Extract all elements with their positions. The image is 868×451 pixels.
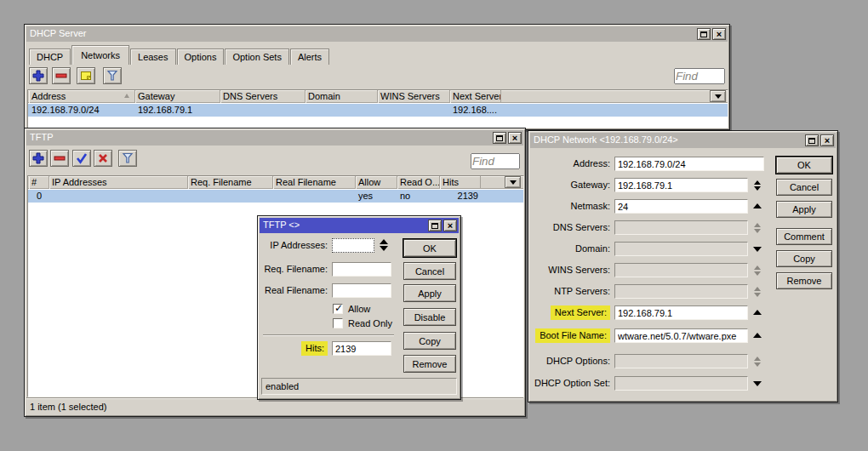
close-icon — [512, 134, 517, 142]
tab-leases[interactable]: Leases — [130, 49, 175, 65]
comment-button[interactable] — [77, 67, 95, 84]
ip-addresses-input[interactable] — [332, 238, 374, 253]
column-header-hits[interactable]: Hits — [440, 176, 481, 189]
column-header-req-filename[interactable]: Req. Filename — [188, 176, 273, 189]
address-input[interactable] — [614, 157, 764, 171]
add-button[interactable] — [29, 67, 48, 84]
column-header-read-only[interactable]: Read O... — [397, 176, 440, 189]
dhcp-option-set-input[interactable] — [614, 376, 748, 391]
note-icon — [79, 69, 93, 83]
comment-button[interactable]: Comment — [776, 228, 832, 245]
filter-button[interactable] — [103, 67, 122, 84]
find-input[interactable] — [471, 153, 520, 169]
column-select-button[interactable] — [710, 90, 726, 102]
column-header-ip-addresses[interactable]: IP Addresses — [49, 176, 188, 189]
cancel-button[interactable]: Cancel — [776, 179, 832, 196]
next-server-input[interactable] — [614, 305, 748, 320]
spinner-updown-icon[interactable] — [751, 180, 764, 191]
chevron-down-icon[interactable] — [751, 381, 764, 386]
domain-label: Domain: — [532, 242, 610, 256]
maximize-button[interactable] — [493, 132, 506, 144]
ok-button[interactable]: OK — [403, 239, 456, 257]
netmask-label: Netmask: — [532, 199, 610, 214]
filter-button[interactable] — [118, 150, 137, 167]
tab-dhcp[interactable]: DHCP — [29, 49, 71, 65]
close-button[interactable] — [820, 134, 834, 146]
apply-button[interactable]: Apply — [776, 201, 832, 218]
remove-button[interactable]: Remove — [776, 272, 832, 289]
apply-button[interactable]: Apply — [403, 284, 456, 302]
column-header-next-server[interactable]: Next Server — [450, 90, 501, 103]
real-filename-input[interactable] — [332, 283, 391, 298]
spinner-updown-icon[interactable] — [377, 239, 391, 251]
spinner-updown-icon[interactable] — [751, 357, 764, 367]
disable-button[interactable] — [94, 150, 112, 167]
remove-button[interactable] — [52, 67, 71, 84]
allow-checkbox[interactable] — [333, 304, 343, 314]
remove-button[interactable]: Remove — [403, 355, 456, 373]
column-header-real-filename[interactable]: Real Filename — [273, 176, 356, 189]
enable-button[interactable] — [72, 150, 91, 167]
remove-button[interactable] — [50, 150, 69, 167]
spinner-updown-icon[interactable] — [751, 287, 764, 297]
column-header-num[interactable]: # — [29, 176, 49, 189]
tab-networks[interactable]: Networks — [71, 45, 129, 65]
hits-input[interactable] — [332, 341, 391, 356]
hits-label: Hits: — [261, 341, 328, 356]
netmask-input[interactable] — [614, 199, 748, 214]
ok-button[interactable]: OK — [776, 157, 832, 174]
disable-button[interactable]: Disable — [403, 308, 456, 326]
minus-icon — [53, 151, 66, 165]
marker-highlight: Hits: — [301, 341, 328, 356]
spinner-updown-icon[interactable] — [751, 223, 764, 233]
column-header-wins-servers[interactable]: WINS Servers — [378, 90, 450, 103]
dhcp-network-titlebar[interactable]: DHCP Network <192.168.79.0/24> — [530, 133, 836, 148]
copy-button[interactable]: Copy — [776, 250, 832, 267]
dns-servers-input[interactable] — [614, 220, 748, 235]
list-header: Address Gateway DNS Servers Domain WINS … — [28, 90, 728, 103]
arrow-up-icon[interactable] — [751, 310, 764, 315]
column-header-domain[interactable]: Domain — [306, 90, 378, 103]
column-header-gateway[interactable]: Gateway — [135, 90, 220, 103]
column-header-dns-servers[interactable]: DNS Servers — [220, 90, 306, 103]
plus-icon — [31, 69, 45, 83]
arrow-up-icon[interactable] — [751, 203, 764, 208]
copy-button[interactable]: Copy — [403, 332, 456, 350]
column-header-allow[interactable]: Allow — [356, 176, 397, 189]
maximize-button[interactable] — [805, 134, 819, 146]
column-header-address[interactable]: Address — [29, 90, 135, 103]
table-row[interactable]: 0 yes no 2139 — [28, 190, 523, 203]
table-row[interactable]: 192.168.79.0/24 192.168.79.1 192.168.... — [28, 104, 728, 117]
domain-input[interactable] — [614, 242, 748, 256]
funnel-icon — [121, 151, 134, 165]
gateway-input[interactable] — [614, 178, 748, 192]
cell-allow: yes — [356, 190, 397, 203]
maximize-button[interactable] — [697, 28, 711, 40]
wins-servers-input[interactable] — [614, 263, 748, 277]
tab-alerts[interactable]: Alerts — [290, 49, 329, 65]
tftp-titlebar[interactable]: TFTP — [26, 130, 523, 146]
arrow-up-icon[interactable] — [751, 333, 764, 338]
tab-option-sets[interactable]: Option Sets — [225, 49, 288, 65]
find-input[interactable] — [674, 68, 725, 84]
req-filename-input[interactable] — [332, 262, 391, 277]
read-only-checkbox[interactable] — [333, 318, 343, 328]
spinner-updown-icon[interactable] — [751, 265, 764, 276]
add-button[interactable] — [29, 150, 48, 167]
close-button[interactable] — [443, 220, 457, 231]
marker-highlight: Next Server: — [551, 305, 610, 320]
maximize-button[interactable] — [428, 220, 442, 231]
column-select-button[interactable] — [505, 176, 521, 188]
chevron-down-icon[interactable] — [751, 247, 764, 252]
boot-file-name-input[interactable] — [614, 328, 748, 343]
close-button[interactable] — [712, 28, 726, 40]
close-button[interactable] — [508, 132, 522, 144]
ntp-servers-input[interactable] — [614, 284, 748, 299]
cancel-button[interactable]: Cancel — [403, 262, 456, 280]
window-title: DHCP Server — [30, 28, 86, 38]
dhcp-server-titlebar[interactable]: DHCP Server — [26, 26, 728, 42]
wins-servers-label: WINS Servers: — [532, 263, 610, 277]
funnel-icon — [106, 69, 119, 83]
dhcp-options-input[interactable] — [614, 354, 748, 368]
tab-options[interactable]: Options — [177, 49, 225, 65]
